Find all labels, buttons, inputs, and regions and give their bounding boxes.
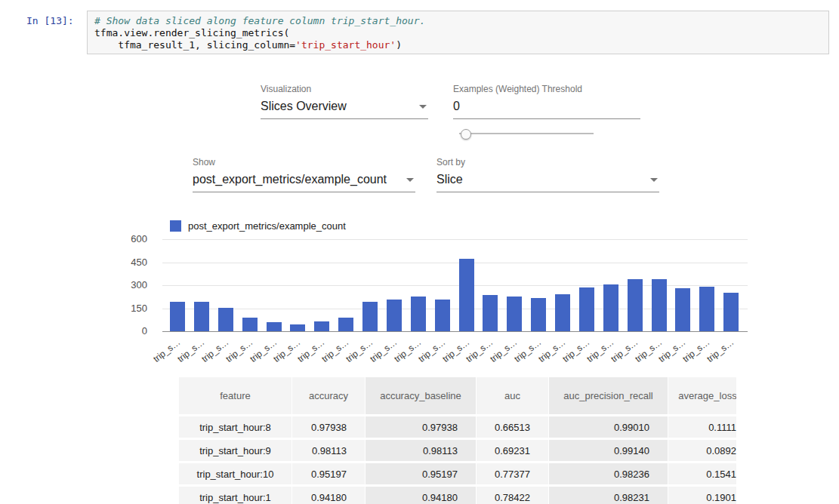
table-column-header: auc (477, 377, 549, 416)
metric-cell: 0.69231 (477, 440, 549, 463)
feature-cell: trip_start_hour:10 (179, 463, 292, 487)
legend-swatch (170, 220, 181, 232)
metric-cell: 0.98236 (549, 463, 668, 487)
metric-cell: 0.1111 (668, 416, 736, 440)
metric-cell: 0.94180 (366, 487, 477, 504)
bar[interactable] (531, 298, 546, 331)
chart-y-axis: 0150300450600 (113, 239, 155, 337)
table-column-header: accuracy_baseline (366, 377, 477, 416)
bar[interactable] (387, 300, 402, 331)
bar[interactable] (603, 284, 618, 331)
bar[interactable] (314, 321, 329, 331)
table-column-header: auc_precision_recall (549, 377, 668, 416)
bar[interactable] (628, 279, 643, 331)
y-axis-tick: 600 (131, 233, 147, 244)
table-row[interactable]: trip_start_hour:90.981130.981130.692310.… (179, 440, 736, 463)
slider-thumb[interactable] (461, 129, 471, 140)
show-label: Show (193, 157, 415, 167)
bar[interactable] (362, 302, 378, 331)
bar[interactable] (723, 293, 739, 331)
bar[interactable] (579, 287, 594, 331)
table-row[interactable]: trip_start_hour:10.941800.941800.784220.… (179, 487, 736, 504)
sort-by-select[interactable]: Slice (436, 173, 659, 192)
metric-cell: 0.94180 (292, 487, 366, 504)
show-metric-select[interactable]: post_export_metrics/example_count (193, 173, 415, 192)
bar[interactable] (675, 288, 690, 331)
y-axis-tick: 450 (131, 257, 147, 268)
bar[interactable] (338, 318, 353, 331)
feature-cell: trip_start_hour:9 (179, 440, 292, 463)
code-line-3-end: ) (396, 39, 402, 51)
table-header-row: featureaccuracyaccuracy_baselineaucauc_p… (179, 377, 736, 416)
gridline (162, 239, 748, 240)
metric-cell: 0.1541 (668, 463, 736, 487)
table-body: trip_start_hour:80.979380.979380.665130.… (179, 416, 736, 504)
table-column-header: feature (179, 377, 292, 416)
metric-cell: 0.0892 (668, 440, 736, 463)
metric-cell: 0.98113 (366, 440, 477, 463)
show-metric-value: post_export_metrics/example_count (193, 173, 387, 186)
metric-cell: 0.97938 (366, 416, 477, 440)
metric-cell: 0.97938 (292, 416, 366, 440)
metrics-table: featureaccuracyaccuracy_baselineaucauc_p… (179, 377, 736, 504)
bar[interactable] (194, 302, 209, 331)
bar[interactable] (459, 259, 474, 331)
chevron-down-icon (650, 178, 658, 182)
code-comment: # Show data sliced along feature column … (94, 15, 425, 26)
visualization-value: Slices Overview (261, 100, 347, 112)
threshold-control: Examples (Weighted) Threshold (453, 84, 640, 119)
metric-cell: 0.77377 (477, 463, 549, 487)
metric-cell: 0.99010 (549, 416, 668, 440)
bar[interactable] (435, 300, 450, 331)
metric-cell: 0.66513 (477, 416, 549, 440)
metric-cell: 0.1901 (668, 487, 736, 504)
bar[interactable] (290, 324, 305, 331)
bar[interactable] (699, 287, 714, 331)
bar[interactable] (555, 294, 570, 331)
metric-cell: 0.78422 (477, 487, 549, 504)
bar[interactable] (411, 297, 426, 331)
bar[interactable] (483, 295, 498, 331)
visualization-label: Visualization (261, 84, 428, 94)
legend-label: post_export_metrics/example_count (188, 220, 346, 232)
table-column-header: average_loss (668, 377, 736, 416)
y-axis-tick: 0 (142, 325, 147, 337)
feature-cell: trip_start_hour:1 (179, 487, 292, 504)
show-control: Show post_export_metrics/example_count (193, 157, 415, 192)
sort-by-value: Slice (436, 173, 463, 186)
bar[interactable] (218, 308, 233, 331)
sort-control: Sort by Slice (436, 157, 659, 192)
chart-legend: post_export_metrics/example_count (170, 220, 346, 232)
chevron-down-icon (419, 105, 427, 109)
metric-cell: 0.98113 (292, 440, 366, 463)
gridline (162, 263, 748, 263)
metric-cell: 0.95197 (292, 463, 366, 487)
bar[interactable] (652, 279, 667, 331)
sort-by-label: Sort by (436, 157, 659, 167)
bar[interactable] (170, 302, 185, 331)
code-line-2: tfma.view.render_slicing_metrics( (94, 27, 289, 38)
gridline (162, 331, 748, 332)
metric-cell: 0.98231 (549, 487, 668, 504)
table-column-header: accuracy (292, 377, 366, 416)
feature-cell: trip_start_hour:8 (179, 416, 292, 440)
table-row[interactable]: trip_start_hour:80.979380.979380.665130.… (179, 416, 736, 440)
threshold-slider[interactable] (459, 128, 594, 139)
y-axis-tick: 300 (131, 279, 147, 290)
visualization-select[interactable]: Slices Overview (261, 100, 428, 119)
threshold-input[interactable] (453, 100, 640, 119)
chevron-down-icon (406, 178, 414, 182)
table-row[interactable]: trip_start_hour:100.951970.951970.773770… (179, 463, 736, 487)
bar-chart-plot: trip_s…trip_s…trip_s…trip_s…trip_s…trip_… (162, 239, 748, 331)
bar[interactable] (507, 297, 522, 331)
cell-prompt: In [13]: (26, 15, 74, 26)
metric-cell: 0.99140 (549, 440, 668, 463)
bar[interactable] (242, 318, 258, 331)
bar[interactable] (267, 322, 282, 331)
code-cell[interactable]: # Show data sliced along feature column … (87, 11, 829, 54)
slider-track (459, 133, 594, 134)
code-string-literal: 'trip_start_hour' (295, 39, 396, 51)
threshold-label: Examples (Weighted) Threshold (453, 84, 640, 94)
metric-cell: 0.95197 (366, 463, 477, 487)
visualization-control: Visualization Slices Overview (261, 84, 428, 119)
